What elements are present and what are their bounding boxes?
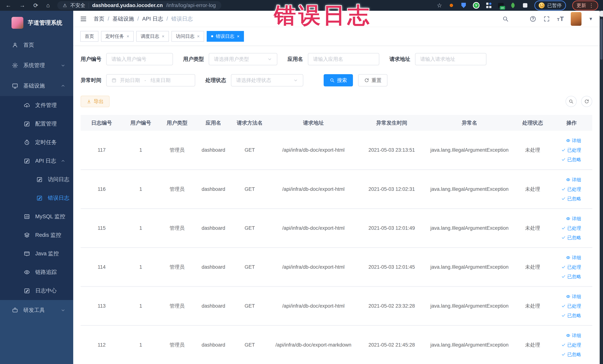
sidebar-item-MySQL 监控[interactable]: MySQL 监控 [0,207,73,226]
sidebar-item-错误日志[interactable]: 错误日志 [0,189,73,207]
extensions-grid-icon[interactable] [486,2,492,8]
action-已忽略[interactable]: 已忽略 [561,196,581,202]
extension-orange-icon[interactable] [448,2,454,8]
异常时间-input[interactable]: 开始日期-结束日期 [106,74,195,86]
extension-green-icon[interactable]: V [473,2,480,9]
cell-user_type: 管理员 [159,131,195,170]
breadcrumb-item[interactable]: 错误日志 [171,15,193,23]
action-已忽略[interactable]: 已忽略 [561,312,581,318]
应用名-text-input[interactable] [313,56,374,62]
处理状态-select[interactable]: 请选择处理状态 [231,74,303,86]
bookmark-star-icon[interactable]: ☆ [437,2,442,9]
paused-badge[interactable]: 已暂停 [534,0,566,10]
search-button[interactable]: 搜索 [324,74,353,86]
sidebar-item-Redis 监控[interactable]: Redis 监控 [0,226,73,244]
app-logo [12,17,23,29]
close-icon[interactable]: × [127,34,129,39]
sidebar-item-文件管理[interactable]: 文件管理 [0,96,73,115]
用户编号-input[interactable] [106,53,173,65]
请求地址-input[interactable] [415,53,487,65]
page-scrollbar[interactable] [600,11,603,364]
close-icon[interactable]: × [237,34,240,39]
action-已忽略[interactable]: 已忽略 [561,273,581,280]
avatar[interactable] [571,12,581,26]
close-icon[interactable]: × [197,34,200,39]
search-icon[interactable] [502,16,509,22]
action-详细[interactable]: 详细 [566,332,581,339]
action-已处理[interactable]: 已处理 [561,225,581,231]
tab-首页[interactable]: 首页 [80,31,98,42]
sidebar-item-label: 日志中心 [35,287,57,294]
action-已忽略[interactable]: 已忽略 [561,156,581,163]
sidebar-item-label: 文件管理 [35,102,57,109]
sidebar-item-研发工具[interactable]: 研发工具 [0,300,73,320]
close-icon[interactable]: × [162,34,164,39]
tab-定时任务[interactable]: 定时任务× [101,31,134,42]
action-详细[interactable]: 详细 [566,294,581,300]
tab-调度日志[interactable]: 调度日志× [136,31,169,42]
export-button[interactable]: 导出 [81,96,110,107]
scrollbar-thumb[interactable] [600,19,603,60]
cell-exception: java.lang.IllegalArgumentException [425,247,515,286]
sidebar-toggle-icon[interactable] [80,15,87,23]
update-button[interactable]: 更新 ⋮ [572,0,598,10]
sidebar-item-链路追踪[interactable]: 链路追踪 [0,263,73,282]
reset-button[interactable]: 重置 [358,74,387,86]
sidebar-item-API 日志[interactable]: API 日志 [0,152,73,170]
home-icon[interactable]: ⌂ [46,2,50,9]
sidebar-item-日志中心[interactable]: 日志中心 [0,282,73,300]
sidebar-item-Java 监控[interactable]: Java 监控 [0,244,73,263]
search-toggle-button[interactable] [566,96,577,107]
app-logo-row[interactable]: 芋道管理系统 [0,11,73,35]
forward-icon[interactable]: → [20,2,25,9]
action-已处理[interactable]: 已处理 [561,303,581,309]
action-已忽略[interactable]: 已忽略 [561,235,581,241]
github-icon[interactable] [516,16,522,22]
请求地址-text-input[interactable] [420,56,481,62]
用户类型-select[interactable]: 请选择用户类型 [209,53,277,65]
fullscreen-icon[interactable] [543,16,550,22]
font-size-icon[interactable]: TT [557,15,564,23]
eye-icon [24,269,30,275]
breadcrumb-item[interactable]: API 日志 [142,15,163,23]
extension-shield-icon[interactable] [461,2,467,8]
sidebar-item-配置管理[interactable]: 配置管理 [0,115,73,133]
back-icon[interactable]: ← [6,2,11,9]
tab-访问日志[interactable]: 访问日志× [172,31,204,42]
chevron-down-icon[interactable]: ▼ [589,16,593,22]
action-已处理[interactable]: 已处理 [561,264,581,270]
action-详细[interactable]: 详细 [566,177,581,183]
用户编号-text-input[interactable] [111,56,168,62]
cell-user_id: 1 [123,286,159,325]
extension-leaf-icon[interactable] [510,2,516,8]
sidebar-item-首页[interactable]: 首页 [0,35,73,55]
refresh-button[interactable] [581,96,592,107]
extension-puzzle-icon[interactable] [522,2,528,8]
sidebar-item-访问日志[interactable]: 访问日志 [0,170,73,189]
action-详细[interactable]: 详细 [566,216,581,222]
kebab-menu-icon[interactable]: ⋮ [589,2,594,9]
action-已处理[interactable]: 已处理 [561,342,581,348]
action-已处理[interactable]: 已处理 [561,186,581,192]
breadcrumb-item[interactable]: 基础设施 [113,15,134,23]
reload-icon[interactable]: ⟳ [33,2,38,9]
action-详细[interactable]: 详细 [566,138,581,144]
cell-id: 116 [81,170,123,209]
extension-switch-icon[interactable]: on [498,3,504,8]
action-已忽略[interactable]: 已忽略 [561,351,581,357]
sidebar-item-定时任务[interactable]: 定时任务 [0,133,73,152]
breadcrumb-item[interactable]: 首页 [94,15,104,23]
action-详细[interactable]: 详细 [566,255,581,261]
应用名-input[interactable] [308,53,379,65]
action-已处理[interactable]: 已处理 [561,147,581,153]
sidebar-item-系统管理[interactable]: 系统管理 [0,55,73,76]
scrollbar-top-button[interactable] [600,11,603,17]
content: 用户编号用户类型请选择用户类型应用名请求地址异常时间开始日期-结束日期处理状态请… [73,53,600,364]
cell-time: 2021-05-03 12:01:45 [359,247,424,286]
cell-status: 未处理 [514,247,551,286]
tab-错误日志[interactable]: 错误日志× [207,31,244,42]
address-bar[interactable]: ⚠ 不安全 dashboard.yudao.iocoder.cn/infra/l… [57,1,221,10]
help-icon[interactable] [530,16,536,22]
chevron-down-icon [61,63,65,68]
sidebar-item-基础设施[interactable]: 基础设施 [0,76,73,96]
